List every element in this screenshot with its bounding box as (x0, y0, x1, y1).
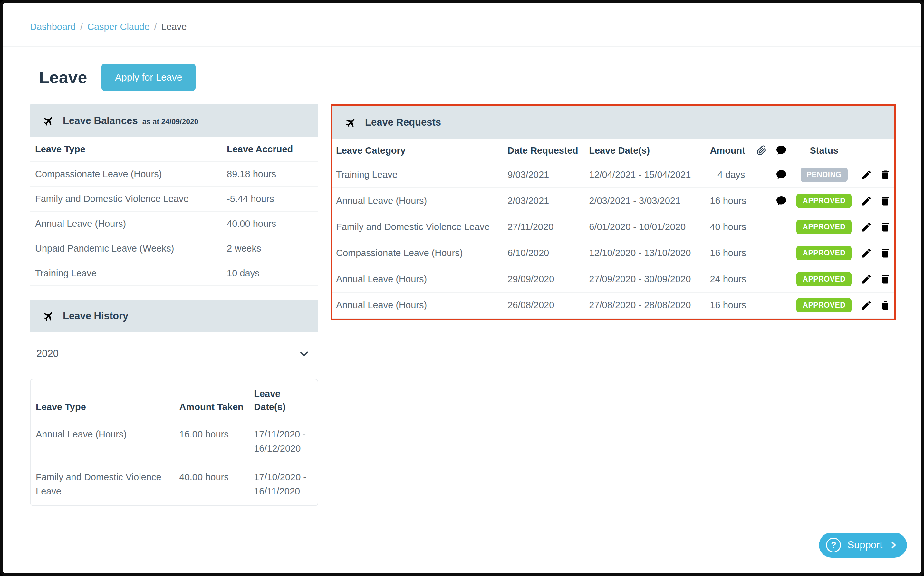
cell-date-requested: 9/03/2021 (504, 162, 585, 188)
plane-icon (343, 114, 359, 131)
cell-leave-category: Annual Leave (Hours) (332, 266, 504, 292)
breadcrumb-separator: / (154, 22, 157, 32)
cell-leave-accrued: 2 weeks (222, 236, 318, 261)
app-window: Dashboard / Casper Claude / Leave Leave … (0, 0, 924, 576)
paperclip-icon (756, 145, 767, 155)
cell-amount: 24 hours (706, 266, 752, 292)
cell-leave-accrued: 10 days (222, 261, 318, 286)
cell-leave-accrued: 40.00 hours (222, 211, 318, 236)
status-badge: APPROVED (796, 194, 852, 208)
cell-leave-type: Training Leave (30, 261, 222, 286)
leave-balances-table: Leave Type Leave Accrued Compassionate L… (30, 137, 318, 286)
status-badge: APPROVED (796, 246, 852, 260)
leave-history-table: Leave Type Amount Taken Leave Date(s) An… (30, 379, 318, 506)
edit-button[interactable] (860, 274, 872, 285)
page-title: Leave (39, 68, 87, 87)
cell-leave-type: Annual Leave (Hours) (30, 211, 222, 236)
delete-button[interactable] (879, 169, 891, 181)
delete-button (879, 221, 891, 233)
cell-leave-accrued: 89.18 hours (222, 162, 318, 187)
leave-history-header: Leave History (30, 299, 318, 333)
breadcrumb-current: Leave (161, 22, 187, 32)
edit-button[interactable] (860, 247, 872, 259)
edit-button[interactable] (860, 195, 872, 207)
cell-attachment (752, 266, 771, 292)
edit-button[interactable] (860, 169, 872, 181)
cell-leave-type: Annual Leave (Hours) (30, 420, 174, 463)
cell-amount: 16 hours (706, 188, 752, 214)
leave-balances-panel: Leave Balances as at 24/09/2020 Leave Ty… (30, 104, 318, 286)
cell-leave-category: Family and Domestic Violence Leave (332, 214, 504, 240)
cell-amount-taken: 40.00 hours (174, 463, 249, 506)
status-badge: APPROVED (796, 298, 852, 312)
cell-leave-dates: 12/04/2021 - 15/04/2021 (585, 162, 706, 188)
delete-button (879, 299, 891, 311)
cell-amount-taken: 16.00 hours (174, 420, 249, 463)
plane-icon (41, 113, 57, 129)
cell-date-requested: 27/11/2020 (504, 214, 585, 240)
table-row: Unpaid Pandemic Leave (Weeks) 2 weeks (30, 236, 318, 261)
delete-button[interactable] (879, 195, 891, 207)
cell-amount: 4 days (706, 162, 752, 188)
cell-leave-category: Compassionate Leave (Hours) (332, 240, 504, 266)
leave-requests-panel: Leave Requests Leave Category Date Reque… (331, 104, 896, 320)
history-year-accordion[interactable]: 2020 (30, 333, 318, 372)
leave-history-card: Leave Type Amount Taken Leave Date(s) An… (30, 379, 318, 506)
table-row: Family and Domestic Violence Leave 40.00… (30, 463, 318, 506)
cell-leave-category: Annual Leave (Hours) (332, 188, 504, 214)
cell-leave-dates: 2/03/2021 - 3/03/2021 (585, 188, 706, 214)
comment-icon[interactable] (775, 169, 787, 181)
table-row: Annual Leave (Hours) 26/08/2020 27/08/20… (332, 292, 894, 318)
table-row: Annual Leave (Hours) 2/03/2021 2/03/2021… (332, 188, 894, 214)
column-header-leave-type: Leave Type (30, 379, 174, 420)
leave-requests-header: Leave Requests (332, 106, 894, 139)
delete-button[interactable] (879, 247, 891, 259)
table-row: Annual Leave (Hours) 16.00 hours 17/11/2… (30, 420, 318, 463)
cell-attachment (752, 188, 771, 214)
column-header-amount: Amount (706, 139, 752, 162)
history-year-label: 2020 (37, 348, 59, 360)
cell-leave-dates: 17/10/2020 - 16/11/2020 (249, 463, 318, 506)
table-row: Training Leave 9/03/2021 12/04/2021 - 15… (332, 162, 894, 188)
edit-button (860, 221, 872, 233)
cell-leave-dates: 6/01/2020 - 10/01/2020 (585, 214, 706, 240)
cell-leave-type: Unpaid Pandemic Leave (Weeks) (30, 236, 222, 261)
plane-icon (41, 308, 57, 325)
chevron-down-icon[interactable] (298, 347, 310, 360)
cell-amount: 16 hours (706, 240, 752, 266)
leave-balances-title: Leave Balances (63, 115, 138, 126)
table-row: Training Leave 10 days (30, 261, 318, 286)
status-badge: PENDING (801, 168, 848, 182)
breadcrumb: Dashboard / Casper Claude / Leave (30, 22, 895, 32)
edit-button (860, 299, 872, 311)
column-header-leave-type: Leave Type (30, 137, 222, 162)
breadcrumb-link-employee[interactable]: Casper Claude (87, 22, 149, 32)
cell-leave-category: Annual Leave (Hours) (332, 292, 504, 318)
comment-icon[interactable] (775, 195, 787, 207)
cell-leave-dates: 27/08/2020 - 28/08/2020 (585, 292, 706, 318)
leave-requests-title: Leave Requests (365, 117, 441, 128)
comment-icon (775, 145, 787, 156)
table-row: Compassionate Leave (Hours) 6/10/2020 12… (332, 240, 894, 266)
support-button[interactable]: ? Support (819, 533, 907, 558)
cell-date-requested: 29/09/2020 (504, 266, 585, 292)
breadcrumb-link-dashboard[interactable]: Dashboard (30, 22, 76, 32)
column-header-leave-dates: Leave Date(s) (585, 139, 706, 162)
cell-attachment (752, 292, 771, 318)
cell-leave-type: Family and Domestic Violence Leave (30, 463, 174, 506)
breadcrumb-separator: / (80, 22, 83, 32)
question-circle-icon: ? (826, 538, 841, 552)
chevron-right-icon (889, 539, 898, 551)
delete-button[interactable] (879, 274, 891, 285)
leave-history-title: Leave History (63, 310, 128, 322)
cell-leave-dates: 17/11/2020 - 16/12/2020 (249, 420, 318, 463)
cell-leave-type: Family and Domestic Violence Leave (30, 187, 222, 211)
apply-for-leave-button[interactable]: Apply for Leave (101, 64, 195, 91)
status-badge: APPROVED (796, 220, 852, 234)
cell-date-requested: 6/10/2020 (504, 240, 585, 266)
support-label: Support (847, 539, 882, 551)
leave-requests-table: Leave Category Date Requested Leave Date… (332, 139, 894, 318)
table-row: Family and Domestic Violence Leave -5.44… (30, 187, 318, 211)
table-row: Family and Domestic Violence Leave 27/11… (332, 214, 894, 240)
table-row: Compassionate Leave (Hours) 89.18 hours (30, 162, 318, 187)
